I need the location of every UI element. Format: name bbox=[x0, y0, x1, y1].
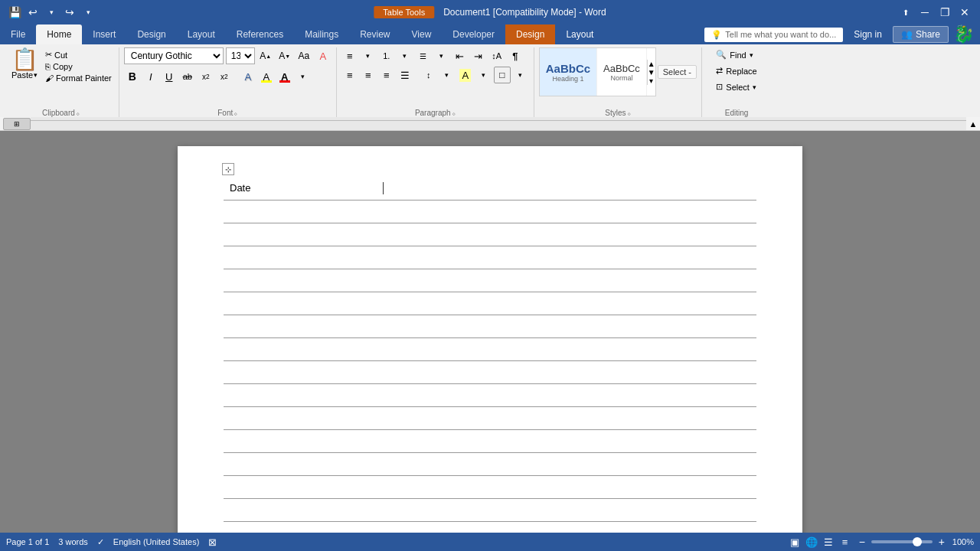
font-color-button[interactable]: A bbox=[276, 68, 293, 85]
table-cell[interactable] bbox=[377, 200, 756, 223]
table-row[interactable] bbox=[224, 360, 756, 383]
paste-button[interactable]: 📋 Paste ▾ bbox=[8, 47, 41, 81]
italic-button[interactable]: I bbox=[142, 68, 159, 85]
select-button[interactable]: ⊡ Select ▾ bbox=[712, 80, 760, 94]
outline-view-button[interactable]: ☰ bbox=[821, 534, 836, 549]
table-cell[interactable] bbox=[224, 475, 377, 498]
tab-references[interactable]: References bbox=[226, 24, 294, 44]
redo-button[interactable]: ↪ bbox=[61, 4, 78, 21]
zoom-out-button[interactable]: − bbox=[859, 536, 865, 548]
table-cell[interactable] bbox=[377, 223, 756, 246]
tell-me-input[interactable]: Tell me what you want to do... bbox=[725, 30, 836, 39]
table-cell[interactable] bbox=[377, 337, 756, 360]
table-cell[interactable] bbox=[377, 429, 756, 452]
increase-indent-button[interactable]: ⇥ bbox=[470, 47, 487, 64]
editing-group-label[interactable]: Editing bbox=[725, 109, 749, 117]
spelling-check-icon[interactable]: ✓ bbox=[97, 537, 104, 547]
table-row[interactable] bbox=[224, 498, 756, 521]
document-area[interactable]: ⊹ Date bbox=[0, 131, 980, 533]
table-move-handle[interactable]: ⊹ bbox=[222, 163, 234, 175]
table-cell[interactable] bbox=[377, 292, 756, 315]
font-group-label[interactable]: Font ⬦ bbox=[217, 109, 237, 117]
shading-button[interactable]: A bbox=[457, 67, 474, 83]
line-spacing-button[interactable]: ↕ bbox=[420, 67, 437, 83]
clipboard-group-label[interactable]: Clipboard ⬦ bbox=[42, 109, 80, 117]
copy-button[interactable]: ⎘ Copy bbox=[43, 61, 114, 72]
web-layout-button[interactable]: 🌐 bbox=[804, 534, 819, 549]
paragraph-group-label[interactable]: Paragraph ⬦ bbox=[415, 109, 456, 117]
table-cell[interactable] bbox=[377, 498, 756, 521]
styles-select-button[interactable]: Select - bbox=[658, 65, 697, 79]
styles-scroll-down[interactable]: ▼ bbox=[648, 68, 655, 77]
align-left-button[interactable]: ≡ bbox=[341, 67, 358, 83]
decrease-indent-button[interactable]: ⇤ bbox=[452, 47, 469, 64]
table-row[interactable] bbox=[224, 292, 756, 315]
undo-button[interactable]: ↩ bbox=[24, 4, 41, 21]
table-cell[interactable] bbox=[377, 269, 756, 292]
font-color-dropdown-button[interactable]: ▾ bbox=[295, 68, 312, 85]
multilevel-button[interactable]: ☰ bbox=[415, 47, 432, 64]
font-grow-button[interactable]: A▲ bbox=[257, 47, 274, 64]
find-button[interactable]: 🔍 Find ▾ bbox=[712, 47, 760, 62]
language-status[interactable]: English (United States) bbox=[113, 537, 200, 546]
track-changes-icon[interactable]: ⊠ bbox=[208, 536, 217, 548]
table-cell[interactable] bbox=[377, 452, 756, 475]
table-cell[interactable] bbox=[224, 200, 377, 223]
sort-button[interactable]: ↕A bbox=[488, 47, 505, 64]
font-shrink-button[interactable]: A▼ bbox=[276, 47, 293, 64]
table-cell[interactable] bbox=[377, 315, 756, 337]
table-row[interactable] bbox=[224, 200, 756, 223]
table-cell[interactable] bbox=[224, 452, 377, 475]
table-row[interactable] bbox=[224, 269, 756, 292]
tab-review[interactable]: Review bbox=[349, 24, 400, 44]
collapse-ribbon-button[interactable]: ⬆ bbox=[897, 4, 914, 21]
table-cell[interactable] bbox=[224, 360, 377, 383]
table-row[interactable] bbox=[224, 406, 756, 429]
tab-layout[interactable]: Layout bbox=[177, 24, 226, 44]
styles-group-label[interactable]: Styles ⬦ bbox=[605, 109, 630, 117]
share-button[interactable]: 👥 Share bbox=[893, 26, 949, 43]
justify-button[interactable]: ☰ bbox=[397, 67, 413, 83]
customize-quick-access-button[interactable]: ▾ bbox=[80, 4, 96, 21]
borders-dropdown[interactable]: ▾ bbox=[512, 67, 529, 83]
style-heading1[interactable]: AaBbCc Heading 1 bbox=[540, 48, 597, 96]
table-row[interactable] bbox=[224, 315, 756, 337]
align-right-button[interactable]: ≡ bbox=[378, 67, 395, 83]
style-normal[interactable]: AaBbCc Normal bbox=[597, 48, 647, 96]
underline-button[interactable]: U bbox=[161, 68, 178, 85]
table-cell[interactable] bbox=[224, 406, 377, 429]
close-button[interactable]: ✕ bbox=[956, 3, 974, 21]
table-cell[interactable] bbox=[224, 337, 377, 360]
restore-button[interactable]: ❐ bbox=[936, 3, 954, 21]
format-painter-button[interactable]: 🖌 Format Painter bbox=[43, 73, 114, 83]
tab-developer[interactable]: Developer bbox=[442, 24, 505, 44]
table-cell[interactable]: Date bbox=[224, 177, 377, 200]
zoom-level[interactable]: 100% bbox=[951, 537, 974, 546]
table-row[interactable] bbox=[224, 383, 756, 406]
bullets-dropdown[interactable]: ▾ bbox=[360, 47, 377, 64]
font-size-select[interactable]: 13 bbox=[226, 47, 255, 64]
word-count[interactable]: 3 words bbox=[58, 537, 88, 546]
table-row[interactable]: Date bbox=[224, 177, 756, 200]
table-row[interactable] bbox=[224, 452, 756, 475]
strikethrough-button[interactable]: ab bbox=[179, 68, 196, 85]
table-cell[interactable] bbox=[224, 246, 377, 269]
tab-table-layout[interactable]: Layout bbox=[555, 24, 604, 44]
minimize-button[interactable]: ─ bbox=[916, 3, 934, 21]
bullets-button[interactable]: ≡ bbox=[341, 47, 358, 64]
table-row[interactable] bbox=[224, 429, 756, 452]
tab-design[interactable]: Design bbox=[126, 24, 176, 44]
tab-mailings[interactable]: Mailings bbox=[294, 24, 349, 44]
tab-file[interactable]: File bbox=[0, 24, 36, 44]
clear-formatting-button[interactable]: A bbox=[315, 47, 332, 64]
collapse-ruler-button[interactable]: ▲ bbox=[966, 119, 980, 129]
table-cell[interactable] bbox=[224, 383, 377, 406]
styles-scroll-up[interactable]: ▲ bbox=[648, 60, 655, 68]
numbering-dropdown[interactable]: ▾ bbox=[397, 47, 413, 64]
align-center-button[interactable]: ≡ bbox=[360, 67, 377, 83]
shading-dropdown[interactable]: ▾ bbox=[475, 67, 492, 83]
sign-in-button[interactable]: Sign in bbox=[848, 26, 888, 43]
tab-home[interactable]: Home bbox=[36, 24, 82, 44]
change-case-button[interactable]: Aa bbox=[296, 47, 312, 64]
print-layout-button[interactable]: ▣ bbox=[787, 534, 802, 549]
